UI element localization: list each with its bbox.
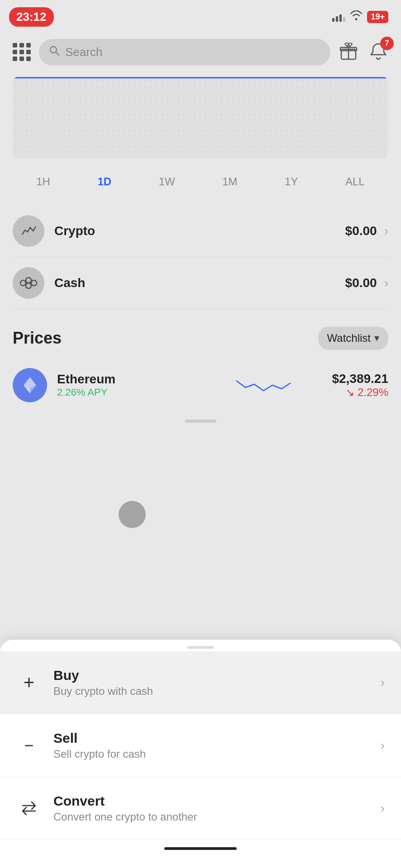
buy-action-text: Buy Buy crypto with cash: [53, 668, 381, 698]
ethereum-row[interactable]: Ethereum 2.26% APY $2,389.21 ↘ 2.29%: [0, 358, 401, 412]
svg-point-6: [26, 278, 31, 283]
status-bar: 23:12 19+: [0, 0, 401, 32]
cash-value: $0.00: [345, 276, 377, 290]
status-time: 23:12: [9, 7, 54, 27]
svg-line-1: [56, 52, 59, 56]
sell-chevron-icon: ›: [381, 738, 385, 753]
sell-subtitle: Sell crypto for cash: [53, 748, 381, 760]
buy-title: Buy: [53, 668, 381, 683]
watchlist-button[interactable]: Watchlist ▾: [318, 326, 388, 350]
home-bar: [164, 847, 237, 850]
sell-minus-icon: −: [16, 733, 42, 758]
convert-title: Convert: [53, 793, 381, 809]
svg-point-7: [26, 283, 31, 288]
buy-chevron-icon: ›: [381, 675, 385, 690]
notification-count: 7: [380, 37, 394, 50]
ethereum-name: Ethereum: [57, 372, 195, 387]
ethereum-change: ↘ 2.29%: [332, 386, 388, 399]
watchlist-label: Watchlist: [327, 332, 371, 344]
time-filter-all[interactable]: ALL: [338, 172, 372, 192]
time-filter-1y[interactable]: 1Y: [277, 172, 305, 192]
top-bar: Search 7: [0, 32, 401, 72]
prices-title: Prices: [13, 329, 62, 348]
status-icons: 19+: [332, 10, 388, 23]
buy-action[interactable]: + Buy Buy crypto with cash ›: [0, 651, 401, 714]
crypto-value: $0.00: [345, 224, 377, 238]
top-right-icons: 7: [339, 41, 388, 63]
chart-dots-background: [13, 79, 388, 158]
svg-point-9: [31, 280, 37, 286]
home-indicator: [0, 840, 401, 854]
battery-icon: 19+: [367, 11, 388, 23]
scroll-indicator: [0, 412, 401, 426]
cash-label: Cash: [54, 276, 345, 290]
time-filter-1d[interactable]: 1D: [90, 172, 119, 192]
time-filter-1m[interactable]: 1M: [215, 172, 244, 192]
crypto-chevron-icon: ›: [384, 224, 388, 238]
buy-plus-icon: +: [16, 670, 42, 695]
gift-icon[interactable]: [339, 41, 358, 63]
asset-row-cash[interactable]: Cash $0.00 ›: [13, 257, 388, 309]
ethereum-apy: 2.26% APY: [57, 387, 195, 398]
crypto-icon: [13, 215, 44, 247]
prices-section-header: Prices Watchlist ▾: [0, 314, 401, 358]
scroll-pill: [185, 420, 216, 423]
convert-chevron-icon: ›: [381, 801, 385, 816]
signal-bars-icon: [332, 12, 345, 22]
drag-handle: [0, 640, 401, 651]
time-filter-bar: 1H 1D 1W 1M 1Y ALL: [0, 158, 401, 201]
ethereum-price: $2,389.21: [332, 372, 388, 386]
asset-row-crypto[interactable]: Crypto $0.00 ›: [13, 205, 388, 257]
bottom-sheet: + Buy Buy crypto with cash › − Sell Sell…: [0, 640, 401, 868]
convert-subtitle: Convert one crypto to another: [53, 811, 381, 823]
crypto-label: Crypto: [54, 224, 345, 238]
cash-icon: [13, 267, 44, 299]
convert-action[interactable]: Convert Convert one crypto to another ›: [0, 777, 401, 840]
svg-point-8: [20, 280, 26, 286]
wifi-icon: [350, 10, 363, 23]
ethereum-info: Ethereum 2.26% APY: [57, 372, 195, 398]
time-filter-1w[interactable]: 1W: [152, 172, 182, 192]
search-bar[interactable]: Search: [39, 39, 330, 66]
ethereum-logo: [13, 368, 47, 402]
sell-title: Sell: [53, 731, 381, 746]
ethereum-price-info: $2,389.21 ↘ 2.29%: [332, 372, 388, 399]
search-icon: [49, 45, 60, 59]
touch-indicator: [119, 501, 146, 528]
convert-action-text: Convert Convert one crypto to another: [53, 793, 381, 823]
cash-chevron-icon: ›: [384, 276, 388, 290]
price-chart: [13, 77, 388, 158]
sell-action[interactable]: − Sell Sell crypto for cash ›: [0, 714, 401, 777]
grid-menu-icon[interactable]: [13, 43, 31, 61]
buy-subtitle: Buy crypto with cash: [53, 685, 381, 698]
search-placeholder: Search: [65, 45, 102, 59]
convert-icon: [16, 796, 42, 821]
time-filter-1h[interactable]: 1H: [29, 172, 57, 192]
asset-list: Crypto $0.00 › Cash $0.00 ›: [0, 201, 401, 314]
sell-action-text: Sell Sell crypto for cash: [53, 731, 381, 760]
ethereum-mini-chart: [195, 372, 332, 399]
notification-bell[interactable]: 7: [368, 41, 388, 63]
watchlist-chevron-icon: ▾: [374, 332, 379, 344]
